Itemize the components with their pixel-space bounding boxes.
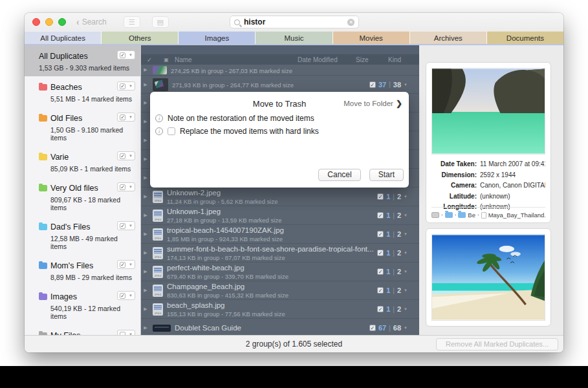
disclosure-triangle-icon[interactable]: ▶ [141,156,150,162]
chevron-down-icon[interactable]: ▼ [129,224,133,228]
remove-all-marked-button[interactable]: Remove All Marked Duplicates... [436,338,558,350]
chevron-down-icon[interactable]: ▼ [404,213,408,217]
chevron-down-icon[interactable]: ▼ [129,294,133,297]
mark-count-badge[interactable]: ✓ 1 | 2 ▼ [377,305,408,313]
sidebar-mark-toggle[interactable]: ✓ ▼ [117,260,135,269]
table-row[interactable]: ▶ Doublet Scan Guide ✓ 67 | 68 ▼ [141,319,419,335]
tab[interactable]: Movies [333,31,410,44]
checkbox-icon[interactable]: ✓ [377,212,384,219]
tab[interactable]: Images [179,31,256,44]
table-row[interactable]: ▶ summer-font-b-beach-b-font-sea-shore-p… [141,244,419,263]
disclosure-triangle-icon[interactable]: ▶ [141,307,150,312]
clear-search-icon[interactable]: ✕ [347,19,354,26]
disclosure-triangle-icon[interactable]: ▶ [141,175,150,180]
tab[interactable]: Others [102,31,179,44]
checkbox-icon[interactable]: ✓ [377,306,384,312]
info-icon[interactable]: i [155,114,163,122]
chevron-down-icon[interactable]: ▼ [404,270,408,274]
sidebar-item[interactable]: Varie 85,09 KB - 1 marked items ✓ ▼ [25,146,140,177]
chevron-down-icon[interactable]: ▼ [129,84,133,88]
disclosure-triangle-icon[interactable]: ▶ [141,232,150,237]
sidebar-mark-toggle[interactable]: ✓ ▼ [117,50,135,59]
checkbox-icon[interactable]: ✓ [377,193,384,200]
table-row[interactable]: ▶ Unknown-2.jpeg 11,24 KB in group - 5,6… [141,188,419,206]
mark-count-badge[interactable]: ✓ 1 | 2 ▼ [377,193,408,200]
disclosure-triangle-icon[interactable]: ▶ [141,325,150,330]
table-row[interactable]: ▶ Unknown-1.jpeg 27,18 KB in group - 13,… [141,206,419,225]
breadcrumb-label[interactable]: Maya_Bay_Thailand.jpg [488,211,545,219]
thumbnail-column-icon[interactable]: ▣ [158,57,175,63]
tab[interactable]: All Duplicates [25,31,102,44]
hard-links-option-row[interactable]: i Replace the moved items with hard link… [155,127,319,136]
close-window-button[interactable] [32,18,40,26]
checkbox-icon[interactable]: ✓ [120,293,125,299]
list-view-button[interactable]: ☰ [124,16,140,28]
sidebar-mark-toggle[interactable]: ✓ ▼ [117,151,135,160]
mark-count-badge[interactable]: ✓ 1 | 2 ▼ [377,286,408,294]
cancel-button[interactable]: Cancel [318,169,360,181]
checkbox-icon[interactable]: ✓ [120,262,125,268]
sidebar-item[interactable]: Very Old files 809,67 KB - 18 marked ite… [25,177,140,216]
chevron-down-icon[interactable]: ▼ [404,232,408,236]
disclosure-triangle-icon[interactable]: ▶ [141,288,150,293]
mark-count-badge[interactable]: ✓ 1 | 2 ▼ [377,211,408,219]
breadcrumb[interactable]: ››Be›Maya_Bay_Thailand.jpg [431,207,545,219]
sidebar-item[interactable]: All Duplicates 1,53 GB - 9.303 marked it… [25,45,140,76]
mark-count-badge[interactable]: ✓ 1 | 2 ▼ [377,230,408,238]
search-field[interactable]: histor ✕ [230,16,359,28]
table-row[interactable]: ▶ 271,93 KB in group - 264,77 KB marked … [141,76,419,94]
search-input[interactable]: histor [244,17,347,27]
chevron-down-icon[interactable]: ▼ [129,185,133,189]
column-kind[interactable]: Kind [388,56,419,63]
back-search-button[interactable]: ‹ Search [76,17,107,27]
sidebar-item[interactable]: Mom's Files 8,89 MB - 29 marked items ✓ … [25,255,140,286]
sidebar-mark-toggle[interactable]: ✓ ▼ [117,291,135,300]
checkbox-icon[interactable]: ✓ [120,184,125,190]
mark-count-badge[interactable]: ✓ 67 | 68 ▼ [369,324,408,332]
table-row[interactable]: ▶ 274,25 KB in group - 267,03 KB marked … [141,65,419,76]
table-row[interactable]: ▶ beach_splash.jpg 155,13 KB in group - … [141,300,419,319]
breadcrumb-label[interactable]: Be [468,211,475,219]
info-icon[interactable]: i [155,127,163,135]
disclosure-triangle-icon[interactable]: ▶ [141,269,150,274]
tab[interactable]: Archives [410,31,487,44]
checkbox-icon[interactable]: ✓ [377,250,384,256]
checkbox-icon[interactable]: ✓ [377,231,384,237]
move-to-folder-link[interactable]: Move to Folder ❯ [343,99,402,108]
table-row[interactable]: ▶ tropical-beach-1454007190ZAK.jpg 1,85 … [141,225,419,244]
disclosure-triangle-icon[interactable]: ▶ [141,67,150,72]
checkbox-icon[interactable]: ✓ [369,81,376,88]
chevron-down-icon[interactable]: ▼ [404,288,408,292]
minimize-window-button[interactable] [45,18,53,26]
checkbox-icon[interactable]: ✓ [120,52,125,58]
mark-count-badge[interactable]: ✓ 1 | 2 ▼ [377,249,408,257]
sidebar-item[interactable]: Dad's Files 12,58 MB - 49 marked items ✓… [25,216,140,255]
checkbox-icon[interactable]: ✓ [377,268,384,275]
start-button[interactable]: Start [369,169,404,181]
disclosure-triangle-icon[interactable]: ▶ [141,194,150,199]
hard-links-checkbox[interactable] [168,127,175,135]
disclosure-triangle-icon[interactable]: ▶ [141,82,150,87]
sidebar-item[interactable]: Images 540,19 KB - 12 marked items ✓ ▼ [25,286,140,325]
sidebar-mark-toggle[interactable]: ▼ [117,330,135,335]
disclosure-triangle-icon[interactable]: ▶ [141,138,150,143]
disclosure-triangle-icon[interactable]: ▶ [141,119,150,124]
disclosure-triangle-icon[interactable]: ▶ [141,100,150,105]
sidebar-mark-toggle[interactable]: ✓ ▼ [117,182,135,191]
sidebar-item[interactable]: Old Files 1,50 GB - 9.180 marked items ✓… [25,107,140,146]
checkbox-icon[interactable]: ✓ [377,287,384,294]
sidebar-mark-toggle[interactable]: ✓ ▼ [117,221,135,230]
sidebar-item[interactable]: My Files No marked items ▼ [25,325,140,335]
mark-count-badge[interactable]: ✓ 37 | 38 ▼ [369,81,408,89]
chevron-down-icon[interactable]: ▼ [404,326,408,330]
mark-count-badge[interactable]: ✓ 1 | 2 ▼ [377,268,408,275]
tab[interactable]: Documents [487,31,563,44]
table-row[interactable]: ▶ perfect-white-beach.jpg 679,40 KB in g… [141,263,419,281]
restoration-note-row[interactable]: i Note on the restoration of the moved i… [155,114,314,123]
table-row[interactable]: ▶ Champagne_Beach.jpg 830,63 KB in group… [141,281,419,300]
tab[interactable]: Music [256,31,332,44]
checkbox-icon[interactable]: ✓ [120,153,125,159]
disclosure-triangle-icon[interactable]: ▶ [141,213,150,218]
chevron-down-icon[interactable]: ▼ [404,195,408,199]
zoom-window-button[interactable] [58,18,66,26]
